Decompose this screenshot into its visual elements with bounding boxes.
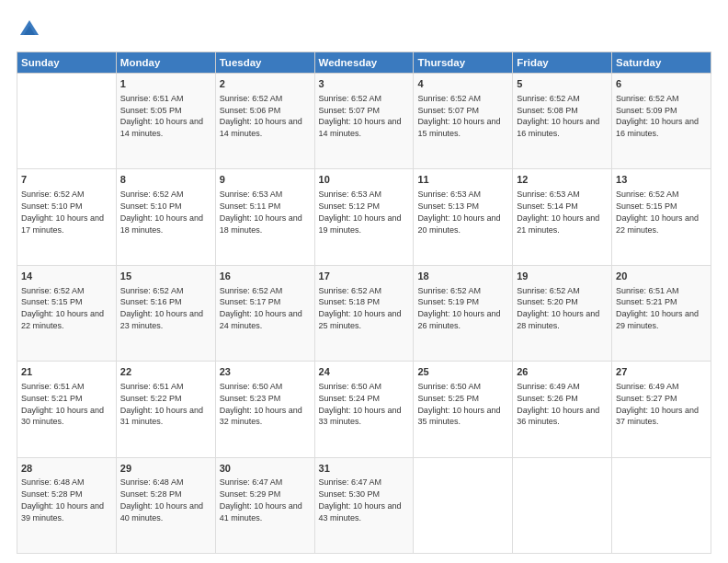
weekday-header-saturday: Saturday: [612, 52, 711, 74]
calendar-cell: 28Sunrise: 6:48 AMSunset: 5:28 PMDayligh…: [17, 457, 117, 553]
day-number: 18: [417, 270, 508, 283]
day-number: 2: [220, 77, 311, 91]
day-number: 5: [517, 77, 608, 91]
calendar-cell: 11Sunrise: 6:53 AMSunset: 5:13 PMDayligh…: [414, 169, 513, 265]
calendar-cell: 12Sunrise: 6:53 AMSunset: 5:14 PMDayligh…: [513, 169, 612, 265]
weekday-header-friday: Friday: [513, 52, 612, 74]
day-number: 29: [120, 462, 211, 476]
weekday-header-wednesday: Wednesday: [314, 52, 414, 74]
day-number: 19: [517, 270, 608, 283]
calendar-cell: 20Sunrise: 6:51 AMSunset: 5:21 PMDayligh…: [612, 265, 711, 361]
logo-icon: [17, 17, 42, 42]
day-info: Sunrise: 6:52 AMSunset: 5:06 PMDaylight:…: [220, 94, 302, 138]
day-info: Sunrise: 6:53 AMSunset: 5:12 PMDaylight:…: [319, 190, 402, 234]
day-number: 25: [417, 365, 508, 379]
calendar-cell: 9Sunrise: 6:53 AMSunset: 5:11 PMDaylight…: [215, 169, 314, 265]
day-info: Sunrise: 6:53 AMSunset: 5:11 PMDaylight:…: [220, 190, 302, 234]
day-info: Sunrise: 6:52 AMSunset: 5:19 PMDaylight:…: [417, 286, 500, 330]
day-number: 11: [417, 173, 508, 187]
calendar-cell: 7Sunrise: 6:52 AMSunset: 5:10 PMDaylight…: [17, 169, 117, 265]
day-info: Sunrise: 6:52 AMSunset: 5:15 PMDaylight:…: [21, 286, 104, 330]
calendar-cell: [17, 74, 117, 169]
day-info: Sunrise: 6:52 AMSunset: 5:07 PMDaylight:…: [319, 94, 402, 138]
calendar-cell: 18Sunrise: 6:52 AMSunset: 5:19 PMDayligh…: [414, 265, 513, 361]
calendar-table: SundayMondayTuesdayWednesdayThursdayFrid…: [17, 52, 711, 554]
day-number: 15: [120, 270, 211, 283]
day-info: Sunrise: 6:51 AMSunset: 5:21 PMDaylight:…: [616, 286, 699, 330]
day-number: 3: [319, 77, 410, 91]
day-number: 24: [319, 365, 410, 379]
calendar-cell: 10Sunrise: 6:53 AMSunset: 5:12 PMDayligh…: [314, 169, 414, 265]
calendar-cell: 13Sunrise: 6:52 AMSunset: 5:15 PMDayligh…: [612, 169, 711, 265]
calendar-cell: 2Sunrise: 6:52 AMSunset: 5:06 PMDaylight…: [215, 74, 314, 169]
calendar-cell: 17Sunrise: 6:52 AMSunset: 5:18 PMDayligh…: [314, 265, 414, 361]
day-info: Sunrise: 6:51 AMSunset: 5:22 PMDaylight:…: [120, 382, 203, 426]
day-info: Sunrise: 6:50 AMSunset: 5:25 PMDaylight:…: [417, 382, 500, 426]
calendar-cell: [414, 457, 513, 553]
day-number: 12: [517, 173, 608, 187]
day-number: 22: [120, 365, 211, 379]
day-info: Sunrise: 6:52 AMSunset: 5:20 PMDaylight:…: [517, 286, 599, 330]
day-number: 30: [220, 462, 311, 476]
calendar-cell: 21Sunrise: 6:51 AMSunset: 5:21 PMDayligh…: [17, 362, 117, 457]
day-info: Sunrise: 6:52 AMSunset: 5:09 PMDaylight:…: [616, 94, 699, 138]
day-info: Sunrise: 6:52 AMSunset: 5:15 PMDaylight:…: [616, 190, 699, 234]
day-number: 10: [319, 173, 410, 187]
day-number: 4: [417, 77, 508, 91]
calendar-cell: 6Sunrise: 6:52 AMSunset: 5:09 PMDaylight…: [612, 74, 711, 169]
day-info: Sunrise: 6:52 AMSunset: 5:16 PMDaylight:…: [120, 286, 203, 330]
weekday-header-tuesday: Tuesday: [215, 52, 314, 74]
day-number: 7: [21, 173, 112, 187]
day-number: 14: [21, 270, 112, 283]
weekday-header-row: SundayMondayTuesdayWednesdayThursdayFrid…: [17, 52, 711, 74]
weekday-header-thursday: Thursday: [414, 52, 513, 74]
day-number: 16: [220, 270, 311, 283]
day-info: Sunrise: 6:52 AMSunset: 5:10 PMDaylight:…: [120, 190, 203, 234]
calendar-cell: 26Sunrise: 6:49 AMSunset: 5:26 PMDayligh…: [513, 362, 612, 457]
calendar-cell: 15Sunrise: 6:52 AMSunset: 5:16 PMDayligh…: [116, 265, 215, 361]
day-number: 27: [616, 365, 707, 379]
calendar-cell: 8Sunrise: 6:52 AMSunset: 5:10 PMDaylight…: [116, 169, 215, 265]
day-number: 17: [319, 270, 410, 283]
day-info: Sunrise: 6:53 AMSunset: 5:13 PMDaylight:…: [417, 190, 500, 234]
weekday-header-monday: Monday: [116, 52, 215, 74]
calendar-cell: 31Sunrise: 6:47 AMSunset: 5:30 PMDayligh…: [314, 457, 414, 553]
calendar-cell: 30Sunrise: 6:47 AMSunset: 5:29 PMDayligh…: [215, 457, 314, 553]
day-number: 31: [319, 462, 410, 476]
day-info: Sunrise: 6:51 AMSunset: 5:05 PMDaylight:…: [120, 94, 203, 138]
calendar-cell: 19Sunrise: 6:52 AMSunset: 5:20 PMDayligh…: [513, 265, 612, 361]
calendar-cell: 25Sunrise: 6:50 AMSunset: 5:25 PMDayligh…: [414, 362, 513, 457]
calendar-cell: 23Sunrise: 6:50 AMSunset: 5:23 PMDayligh…: [215, 362, 314, 457]
day-number: 1: [120, 77, 211, 91]
calendar-cell: 3Sunrise: 6:52 AMSunset: 5:07 PMDaylight…: [314, 74, 414, 169]
day-info: Sunrise: 6:49 AMSunset: 5:27 PMDaylight:…: [616, 382, 699, 426]
calendar-cell: 27Sunrise: 6:49 AMSunset: 5:27 PMDayligh…: [612, 362, 711, 457]
calendar-cell: 14Sunrise: 6:52 AMSunset: 5:15 PMDayligh…: [17, 265, 117, 361]
day-info: Sunrise: 6:52 AMSunset: 5:08 PMDaylight:…: [517, 94, 599, 138]
calendar-cell: 5Sunrise: 6:52 AMSunset: 5:08 PMDaylight…: [513, 74, 612, 169]
calendar-page: SundayMondayTuesdayWednesdayThursdayFrid…: [0, 0, 728, 563]
day-info: Sunrise: 6:50 AMSunset: 5:24 PMDaylight:…: [319, 382, 402, 426]
calendar-cell: 22Sunrise: 6:51 AMSunset: 5:22 PMDayligh…: [116, 362, 215, 457]
day-number: 21: [21, 365, 112, 379]
calendar-cell: 16Sunrise: 6:52 AMSunset: 5:17 PMDayligh…: [215, 265, 314, 361]
calendar-cell: 24Sunrise: 6:50 AMSunset: 5:24 PMDayligh…: [314, 362, 414, 457]
day-info: Sunrise: 6:49 AMSunset: 5:26 PMDaylight:…: [517, 382, 599, 426]
calendar-cell: 29Sunrise: 6:48 AMSunset: 5:28 PMDayligh…: [116, 457, 215, 553]
day-number: 6: [616, 77, 707, 91]
calendar-header: SundayMondayTuesdayWednesdayThursdayFrid…: [17, 52, 711, 74]
day-number: 9: [220, 173, 311, 187]
header: [17, 17, 711, 42]
day-info: Sunrise: 6:53 AMSunset: 5:14 PMDaylight:…: [517, 190, 599, 234]
calendar-cell: [612, 457, 711, 553]
day-number: 20: [616, 270, 707, 283]
day-number: 13: [616, 173, 707, 187]
day-number: 23: [220, 365, 311, 379]
calendar-week-row: 21Sunrise: 6:51 AMSunset: 5:21 PMDayligh…: [17, 362, 711, 457]
weekday-header-sunday: Sunday: [17, 52, 117, 74]
day-info: Sunrise: 6:48 AMSunset: 5:28 PMDaylight:…: [120, 477, 203, 522]
day-info: Sunrise: 6:52 AMSunset: 5:10 PMDaylight:…: [21, 190, 104, 234]
calendar-week-row: 14Sunrise: 6:52 AMSunset: 5:15 PMDayligh…: [17, 265, 711, 361]
calendar-cell: [513, 457, 612, 553]
day-number: 26: [517, 365, 608, 379]
